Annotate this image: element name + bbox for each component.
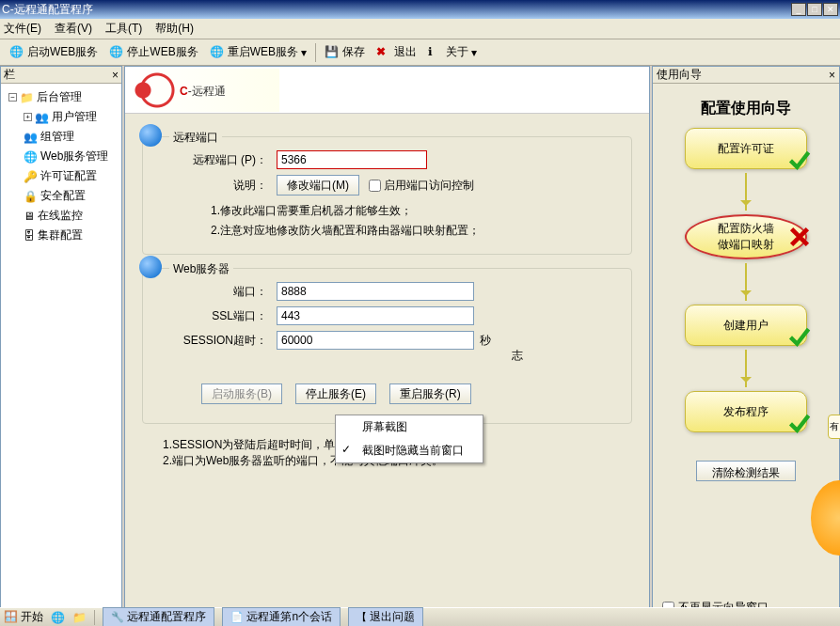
tb-stop-web[interactable]: 🌐 停止WEB服务 bbox=[103, 41, 203, 64]
window-title: C-远程通配置程序 bbox=[2, 2, 93, 18]
globe-refresh-icon: 🌐 bbox=[210, 45, 225, 60]
arrow-icon bbox=[745, 173, 747, 211]
cluster-icon: 🗄 bbox=[24, 229, 35, 243]
separator bbox=[315, 43, 316, 62]
quicklaunch-icon[interactable]: 📁 bbox=[72, 611, 87, 624]
menu-tools[interactable]: 工具(T) bbox=[105, 21, 142, 37]
wizard-header: 使用向导 × bbox=[653, 67, 839, 84]
tree-root[interactable]: − 📁 后台管理 bbox=[3, 87, 119, 107]
globe-play-icon: 🌐 bbox=[9, 45, 24, 60]
tb-start-web[interactable]: 🌐 启动WEB服务 bbox=[4, 41, 103, 64]
task-item[interactable]: 📄 远程通第n个会话 bbox=[222, 607, 341, 626]
toolbar: 🌐 启动WEB服务 🌐 停止WEB服务 🌐 重启WEB服务 ▾ 💾 保存 ✖ 退… bbox=[0, 39, 840, 66]
panel-close-icon[interactable]: × bbox=[112, 69, 119, 82]
modify-port-button[interactable]: 修改端口(M) bbox=[277, 175, 359, 196]
note-2: 2.注意对应地修改防火墙配置和路由器端口映射配置； bbox=[211, 221, 620, 241]
center-panel: C-远程通 远程端口 远程端口 (P)： 说明： 修改端口(M) 启用端口访问控… bbox=[124, 66, 650, 626]
tree-item-monitor[interactable]: 🖥 在线监控 bbox=[3, 206, 119, 226]
tree-item-user-mgmt[interactable]: + 👥 用户管理 bbox=[3, 107, 119, 127]
tree-item-group-mgmt[interactable]: 👥 组管理 bbox=[3, 127, 119, 147]
tb-exit[interactable]: ✖ 退出 bbox=[371, 41, 422, 64]
section-legend: 远程端口 bbox=[169, 130, 222, 146]
desc-label: 说明： bbox=[154, 178, 267, 194]
quicklaunch-icon[interactable]: 🌐 bbox=[51, 611, 65, 624]
menubar: 文件(E) 查看(V) 工具(T) 帮助(H) bbox=[0, 19, 840, 39]
context-menu: 屏幕截图 ✓ 截图时隐藏当前窗口 bbox=[335, 415, 483, 463]
session-timeout-input[interactable] bbox=[277, 331, 474, 350]
decoration-blob bbox=[811, 480, 840, 556]
remote-port-label: 远程端口 (P)： bbox=[154, 152, 267, 168]
arrow-icon bbox=[745, 263, 747, 301]
wizard-step-publish[interactable]: 发布程序 bbox=[685, 391, 807, 432]
dropdown-icon: ▾ bbox=[471, 46, 477, 59]
log-label: 志 bbox=[512, 348, 523, 364]
remote-port-input[interactable] bbox=[277, 150, 427, 169]
enable-access-input[interactable] bbox=[369, 180, 381, 192]
side-tab[interactable]: 有 bbox=[828, 415, 840, 439]
nav-tree: − 📁 后台管理 + 👥 用户管理 👥 组管理 🌐 Web服务管理 🔑 许可证配… bbox=[1, 84, 121, 249]
menu-help[interactable]: 帮助(H) bbox=[155, 21, 194, 37]
lock-icon: 🔒 bbox=[24, 190, 38, 203]
x-icon bbox=[786, 224, 813, 250]
note-1: 1.修改此端口需要重启机器才能够生效； bbox=[211, 201, 620, 221]
minimize-button[interactable]: _ bbox=[791, 3, 806, 16]
wizard-panel: 使用向导 × 配置使用向导 配置许可证 配置防火墙 做端口映射 创建用户 发布程… bbox=[652, 66, 840, 626]
section-legend: Web服务器 bbox=[169, 261, 233, 277]
expand-icon[interactable]: + bbox=[24, 113, 32, 121]
tree-item-cluster[interactable]: 🗄 集群配置 bbox=[3, 226, 119, 245]
restart-service-button[interactable]: 重启服务(R) bbox=[389, 383, 471, 404]
port-label: 端口： bbox=[154, 284, 267, 300]
ssl-port-input[interactable] bbox=[277, 306, 474, 325]
tb-save[interactable]: 💾 保存 bbox=[319, 41, 371, 64]
web-port-input[interactable] bbox=[277, 282, 474, 301]
check-icon: ✓ bbox=[341, 443, 351, 456]
task-item[interactable]: 【 退出问题 bbox=[348, 607, 423, 626]
check-icon bbox=[787, 324, 812, 349]
session-label: SESSION超时： bbox=[154, 333, 267, 349]
cm-hide-window[interactable]: ✓ 截图时隐藏当前窗口 bbox=[336, 439, 483, 462]
window-controls: _ □ ✕ bbox=[791, 3, 838, 16]
cm-screenshot[interactable]: 屏幕截图 bbox=[336, 415, 483, 439]
left-panel-header: 栏 × bbox=[1, 67, 121, 84]
titlebar: C-远程通配置程序 _ □ ✕ bbox=[0, 0, 840, 19]
check-icon bbox=[787, 411, 812, 435]
users-icon: 👥 bbox=[35, 111, 49, 124]
collapse-icon[interactable]: − bbox=[8, 93, 17, 102]
close-button[interactable]: ✕ bbox=[823, 3, 838, 16]
start-button[interactable]: 🪟 开始 bbox=[4, 609, 43, 625]
start-service-button[interactable]: 启动服务(B) bbox=[201, 383, 282, 404]
globe-icon bbox=[139, 124, 162, 147]
monitor-icon: 🖥 bbox=[24, 210, 35, 223]
maximize-button[interactable]: □ bbox=[807, 3, 822, 16]
tree-item-security[interactable]: 🔒 安全配置 bbox=[3, 186, 119, 206]
wizard-step-license[interactable]: 配置许可证 bbox=[685, 128, 807, 169]
menu-file[interactable]: 文件(E) bbox=[4, 21, 41, 37]
globe-stop-icon: 🌐 bbox=[109, 45, 124, 60]
wizard-step-create-user[interactable]: 创建用户 bbox=[685, 305, 807, 346]
swirl-icon bbox=[129, 71, 176, 109]
tb-restart-web[interactable]: 🌐 重启WEB服务 ▾ bbox=[204, 41, 312, 64]
wizard-step-firewall[interactable]: 配置防火墙 做端口映射 bbox=[685, 214, 807, 259]
dropdown-icon: ▾ bbox=[301, 46, 307, 59]
save-icon: 💾 bbox=[325, 45, 340, 60]
clear-results-button[interactable]: 清除检测结果 bbox=[696, 461, 796, 481]
tree-item-license[interactable]: 🔑 许可证配置 bbox=[3, 166, 119, 186]
app-logo: C-远程通 bbox=[129, 69, 279, 112]
check-icon bbox=[787, 148, 812, 172]
wizard-title: 配置使用向导 bbox=[653, 84, 839, 128]
ssl-port-label: SSL端口： bbox=[154, 308, 267, 324]
info-icon: ℹ bbox=[428, 45, 443, 60]
arrow-icon bbox=[745, 350, 747, 387]
stop-service-button[interactable]: 停止服务(E) bbox=[295, 383, 376, 404]
enable-access-checkbox[interactable]: 启用端口访问控制 bbox=[369, 178, 474, 194]
task-item[interactable]: 🔧 远程通配置程序 bbox=[103, 607, 214, 626]
taskbar: 🪟 开始 🌐 📁 🔧 远程通配置程序 📄 远程通第n个会话 【 退出问题 bbox=[0, 607, 840, 626]
menu-view[interactable]: 查看(V) bbox=[55, 21, 92, 37]
tree-item-web-service[interactable]: 🌐 Web服务管理 bbox=[3, 147, 119, 166]
wizard-close-icon[interactable]: × bbox=[829, 69, 835, 82]
remote-port-section: 远程端口 远程端口 (P)： 说明： 修改端口(M) 启用端口访问控制 1.修改… bbox=[142, 136, 632, 255]
key-icon: 🔑 bbox=[24, 170, 38, 183]
group-icon: 👥 bbox=[24, 131, 38, 144]
tb-about[interactable]: ℹ 关于 ▾ bbox=[422, 41, 483, 64]
main-area: 栏 × − 📁 后台管理 + 👥 用户管理 👥 组管理 🌐 Web服务管理 bbox=[0, 66, 840, 626]
